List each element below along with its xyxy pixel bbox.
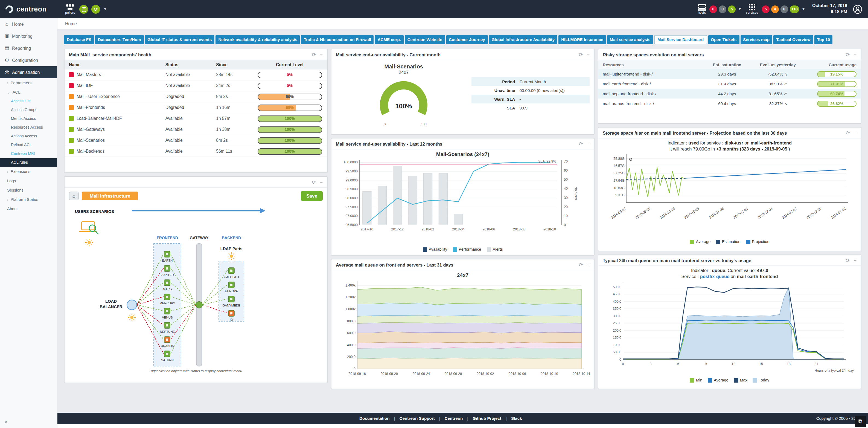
refresh-icon[interactable]: ⟳ <box>312 52 316 57</box>
sidebar-item-extensions[interactable]: ›Extensions <box>0 167 57 176</box>
refresh-icon[interactable]: ⟳ <box>845 131 850 136</box>
collapse-icon[interactable]: − <box>587 262 590 267</box>
health-table-row[interactable]: Mail-MastersNot available28m 14s0% <box>65 69 327 81</box>
hosts-menu[interactable]: hosts <box>698 4 706 15</box>
sidebar-item-home[interactable]: ⌂Home <box>0 18 57 30</box>
infrastructure-badge[interactable]: Mail Infrastructure <box>82 192 138 200</box>
health-table-row[interactable]: Mail - User ExperienceDegraded8m 2s50% <box>65 91 327 102</box>
health-table-row[interactable]: Load-Balancer-Mail-IDFAvailable1h 57m100… <box>65 113 327 124</box>
services-status-badge[interactable]: 118 <box>790 5 799 13</box>
home-icon[interactable]: ⌂ <box>69 192 79 200</box>
services-status-badge[interactable]: 0 <box>780 5 788 13</box>
sidebar-item-actions-access[interactable]: Actions Access <box>0 132 57 141</box>
hosts-status-badge[interactable]: 0 <box>709 5 717 13</box>
footer-link-documentation[interactable]: Documentation <box>359 416 390 421</box>
panel-infrastructure: ⟳ − ⌂ Mail Infrastructure Save USERS SCE… <box>64 176 328 383</box>
sidebar-item-access-groups[interactable]: Access Groups <box>0 106 57 114</box>
risky-table-row[interactable]: mail-jupiter-frontend - disk-/29.3 days-… <box>598 69 861 79</box>
footer-link-slack[interactable]: Slack <box>511 416 522 421</box>
hosts-status-badge[interactable]: 0 <box>719 5 726 13</box>
sidebar-item-reporting[interactable]: ▤Reporting <box>0 42 57 54</box>
sidebar-item-sessions[interactable]: Sessions <box>0 186 57 195</box>
sidebar-item-acl-rules[interactable]: ACL rules <box>0 158 57 167</box>
collapse-icon[interactable]: − <box>854 131 857 136</box>
sidebar-item-monitoring[interactable]: ▣Monitoring <box>0 30 57 42</box>
tab-centreon-website[interactable]: Centreon Website <box>405 35 445 44</box>
pollers-menu[interactable]: pollers <box>65 4 75 15</box>
collapse-icon[interactable]: − <box>854 258 857 263</box>
footer-link-centreon[interactable]: Centreon <box>445 416 463 421</box>
services-status-badge[interactable]: 4 <box>771 5 779 13</box>
database-status-icon[interactable] <box>79 5 88 13</box>
fullscreen-toggle[interactable]: ⧉ <box>855 416 866 427</box>
sidebar-collapse-button[interactable]: « <box>4 418 8 425</box>
footer-link-github-project[interactable]: Github Project <box>472 416 501 421</box>
sidebar-item-menus-access[interactable]: Menus Access <box>0 114 57 123</box>
sidebar-item-access-list[interactable]: Access List <box>0 97 57 106</box>
tab-acme-corp[interactable]: ACME corp. <box>375 35 404 44</box>
projection-indicator-text: Indicator : used for service : disk-/usr… <box>598 139 861 152</box>
tab-open-tickets[interactable]: Open Tickets <box>708 35 739 44</box>
risky-table-row[interactable]: mail-uranus-frontend - disk-/60.4 days-3… <box>598 98 861 108</box>
risky-table-row[interactable]: mail-neptune-frontend - disk-/44.2 days8… <box>598 89 861 98</box>
sidebar-item-reload-acl[interactable]: Reload ACL <box>0 141 57 149</box>
collapse-icon[interactable]: − <box>320 180 323 185</box>
health-table-row[interactable]: Mail-FrontendsDegraded1h 16m60% <box>65 102 327 113</box>
collapse-icon[interactable]: − <box>587 52 590 57</box>
user-icon[interactable] <box>853 4 863 14</box>
refresh-icon[interactable]: ⟳ <box>312 180 316 185</box>
tab-trafic-nb-connection-on-firewall[interactable]: Trafic & Nb connection on Firewall <box>301 35 374 44</box>
collapse-icon[interactable]: − <box>320 52 323 57</box>
health-table-row[interactable]: Mail-BackendsAvailable56m 11s100% <box>65 146 327 157</box>
tab-hillmore-insurance[interactable]: HILLMORE Insurance <box>558 35 606 44</box>
tab-mail-service-analysis[interactable]: Mail service analysis <box>607 35 653 44</box>
tab-tactical-overview[interactable]: Tactical Overview <box>773 35 813 44</box>
sidebar-item-logs[interactable]: Logs <box>0 176 57 186</box>
tab-datacenters-tem-hum[interactable]: Datacenters Tem/Hum <box>95 35 144 44</box>
chevron-down-icon[interactable]: ▾ <box>104 6 106 11</box>
typical-24h-chart: 050.00100.0150.0200.0250.0300.0350.0400.… <box>601 280 858 377</box>
since-cell: 1h 16m <box>216 105 256 110</box>
risky-table-row[interactable]: mail-earth-frontend - disk-/31.4 days88.… <box>598 79 861 89</box>
tab-global-infrastructure-availability[interactable]: Global Infrastructure Availability <box>489 35 558 44</box>
collapse-icon[interactable]: − <box>854 52 857 57</box>
refresh-icon[interactable]: ⟳ <box>579 52 583 57</box>
level-cell: 0% <box>257 72 323 78</box>
chevron-down-icon[interactable]: ▾ <box>739 6 741 11</box>
sidebar-item-resources-access[interactable]: Resources Access <box>0 123 57 132</box>
tab-services-map[interactable]: Services map <box>740 35 772 44</box>
refresh-icon[interactable]: ⟳ <box>845 258 850 263</box>
save-button[interactable]: Save <box>301 191 323 201</box>
tab-customer-journey[interactable]: Customer Journey <box>446 35 488 44</box>
services-status-badge[interactable]: 5 <box>762 5 770 13</box>
health-table-row[interactable]: Mail-IDFNot available34m 2s0% <box>65 81 327 91</box>
hosts-status-badge[interactable]: 5 <box>728 5 736 13</box>
services-menu[interactable]: services <box>746 3 758 15</box>
availability-gauge: 100%0100 <box>357 75 450 127</box>
tab-database-fs[interactable]: Database FS <box>64 35 94 44</box>
centreon-logo[interactable]: centreon <box>5 5 62 13</box>
chevron-down-icon[interactable]: ▾ <box>802 6 805 11</box>
sidebar-item-acl[interactable]: ⌄ACL <box>0 88 57 97</box>
sidebar-item-administration[interactable]: ⚒Administration <box>0 66 57 78</box>
latency-status-icon[interactable]: ⟳ <box>91 5 100 13</box>
collapse-icon[interactable]: − <box>587 141 590 146</box>
refresh-icon[interactable]: ⟳ <box>579 141 583 146</box>
tab-global-it-status-current-events[interactable]: Global IT status & current events <box>145 35 214 44</box>
sidebar-item-about[interactable]: About <box>0 204 57 213</box>
infrastructure-diagram[interactable]: USERS SCENARIOSFRONTENDGATEWAYBACKENDLOA… <box>67 201 324 368</box>
tab-mail-service-dashboard[interactable]: Mail Service Dashboard <box>654 35 707 44</box>
refresh-icon[interactable]: ⟳ <box>579 262 583 267</box>
svg-text:100.0: 100.0 <box>613 343 621 347</box>
health-table-row[interactable]: Mail-GatewaysAvailable1h 38m100% <box>65 124 327 135</box>
health-table-row[interactable]: Mail-ScenariosAvailable8m 2s100% <box>65 135 327 146</box>
sidebar-item-platform-status[interactable]: ›Platform Status <box>0 195 57 204</box>
refresh-icon[interactable]: ⟳ <box>845 52 850 57</box>
tab-top-10[interactable]: Top 10 <box>814 35 833 44</box>
breadcrumb-home-link[interactable]: Home <box>65 21 77 26</box>
sidebar-item-configuration[interactable]: ⚙Configuration <box>0 54 57 66</box>
sidebar-item-centreon-mbi[interactable]: Centreon MBI <box>0 149 57 158</box>
tab-network-availability-reliability-analysis[interactable]: Network availability & reliability analy… <box>216 35 300 44</box>
footer-link-centreon-support[interactable]: Centreon Support <box>400 416 435 421</box>
sidebar-item-parameters[interactable]: ›Parameters <box>0 78 57 88</box>
